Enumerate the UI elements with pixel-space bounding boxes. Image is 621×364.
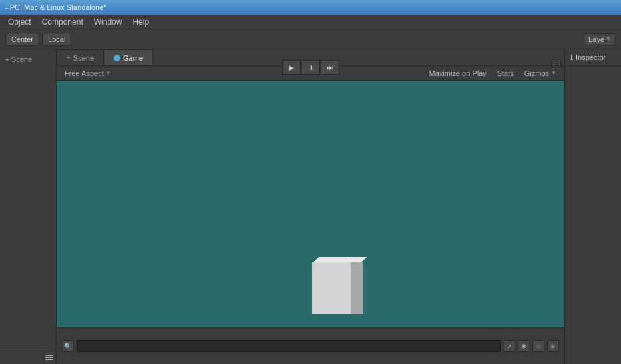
sidebar-hamburger[interactable]: [45, 355, 53, 360]
scene-view-label: Scene: [73, 54, 94, 62]
left-sidebar: + Scene: [0, 49, 57, 364]
stats-button[interactable]: Stats: [495, 69, 517, 78]
sidebar-content: [0, 66, 56, 351]
cube-right-face: [351, 262, 363, 314]
game-view-hamburger[interactable]: [552, 61, 560, 65]
gizmos-button[interactable]: Gizmos ▼: [522, 69, 559, 78]
layer-dropdown-arrow: ▼: [606, 36, 611, 42]
play-button[interactable]: ▶: [282, 60, 301, 75]
game-view-label: Game: [123, 54, 143, 62]
toolbar-right: Laye ▼: [584, 33, 616, 45]
inspector-panel: ℹ Inspector: [564, 49, 621, 364]
cube-mesh: [310, 250, 363, 303]
toolbar: Center Local ▶ ⏸ ⏭ Laye ▼: [0, 29, 621, 49]
pause-button[interactable]: ⏸: [302, 60, 320, 75]
local-button[interactable]: Local: [42, 33, 71, 46]
aspect-ratio-dropdown[interactable]: Free Aspect ▼: [62, 69, 114, 78]
game-tab-icon: [114, 55, 120, 61]
scene-tab[interactable]: + Scene: [0, 53, 37, 66]
inspector-header: ℹ Inspector: [565, 49, 621, 66]
scene-tab-icon: +: [5, 56, 9, 63]
center-area: + Scene Game Free Aspect ▼: [57, 49, 564, 364]
game-viewport: [57, 81, 564, 327]
scene-tabs: + Scene: [0, 49, 56, 66]
center-label: Center: [11, 35, 33, 43]
star-icon[interactable]: ✱: [518, 340, 530, 352]
toolbar-left: Center Local: [5, 33, 71, 46]
title-bar: - PC, Mac & Linux Standalone*: [0, 0, 621, 15]
layer-label: Laye: [588, 35, 604, 43]
inspector-label: Inspector: [576, 53, 606, 61]
title-text: - PC, Mac & Linux Standalone*: [5, 3, 106, 11]
layer-button[interactable]: Laye ▼: [584, 33, 616, 45]
maximize-label: Maximize on Play: [429, 69, 487, 77]
maximize-on-play-button[interactable]: Maximize on Play: [427, 69, 489, 78]
menu-bar: Object Component Window Help: [0, 15, 621, 29]
game-view-tab[interactable]: Game: [104, 49, 153, 65]
gizmos-label: Gizmos: [524, 69, 549, 77]
local-label: Local: [48, 35, 65, 43]
scene-tab-label: Scene: [11, 55, 32, 63]
step-button[interactable]: ⏭: [321, 60, 339, 75]
bottom-panel: 🔍 ↗ ✱ ☆ ≡: [57, 327, 564, 364]
aspect-dropdown-arrow: ▼: [106, 70, 111, 76]
share-icon[interactable]: ↗: [503, 340, 515, 352]
aspect-ratio-label: Free Aspect: [65, 69, 104, 77]
scene-view-tab[interactable]: + Scene: [57, 49, 104, 65]
bookmark-icon[interactable]: ☆: [532, 340, 544, 352]
main-layout: + Scene + Scene Game: [0, 49, 621, 364]
search-input[interactable]: [77, 340, 501, 352]
menu-object[interactable]: Object: [3, 16, 37, 28]
play-controls: ▶ ⏸ ⏭: [282, 60, 339, 75]
cube-3d: [310, 250, 363, 303]
menu-window[interactable]: Window: [89, 16, 128, 28]
menu-component[interactable]: Component: [37, 16, 89, 28]
center-button[interactable]: Center: [5, 33, 39, 46]
search-icon: 🔍: [62, 340, 74, 352]
gizmos-dropdown-arrow: ▼: [551, 70, 556, 76]
stats-label: Stats: [497, 69, 514, 77]
bottom-hamburger[interactable]: ≡: [547, 340, 559, 352]
scene-view-icon: +: [67, 54, 71, 61]
inspector-icon: ℹ: [570, 53, 573, 62]
menu-help[interactable]: Help: [127, 16, 154, 28]
